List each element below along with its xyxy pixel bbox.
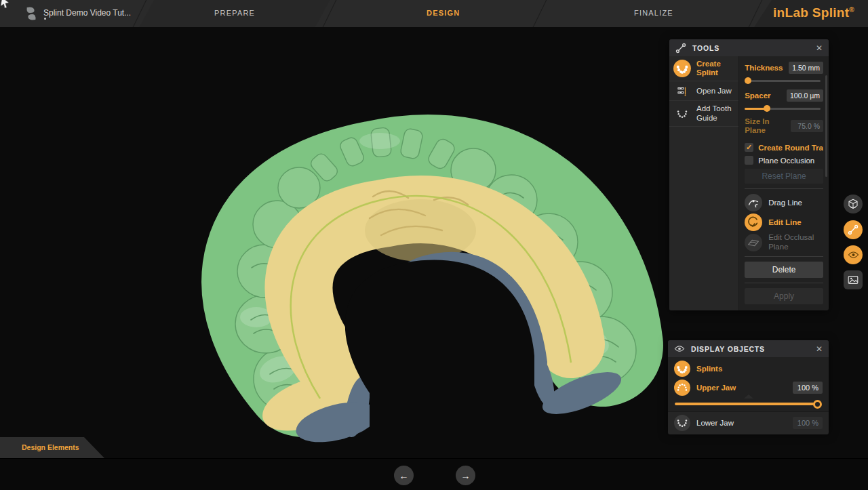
plane-occlusion-checkbox-row[interactable]: Plane Occlusion (745, 156, 823, 165)
arch-opening (345, 260, 534, 458)
case-title: Splint Demo Video Tut... (43, 8, 131, 18)
spacer-label: Spacer (745, 91, 770, 100)
registered-mark: ® (849, 6, 854, 14)
reset-plane-button[interactable]: Reset Plane (745, 169, 823, 184)
drag-line-tool[interactable]: Drag Line (745, 194, 823, 211)
tool-label: Create Splint (696, 60, 734, 77)
topbar: Splint Demo Video Tut... PREPARE DESIGN … (0, 0, 868, 27)
upper-jaw-opacity-value[interactable]: 100 % (793, 382, 823, 394)
tools-panel-title: TOOLS (692, 44, 810, 52)
size-in-plane-label: Size In Plane (745, 117, 776, 135)
divider (745, 188, 823, 189)
mouse-cursor (1, 0, 10, 9)
thickness-value[interactable]: 1.50 mm (789, 62, 823, 74)
upper-jaw-opacity-slider[interactable] (675, 399, 822, 409)
view-cube-button[interactable] (844, 195, 863, 213)
checkbox-checked-icon[interactable]: ✓ (745, 143, 753, 152)
tooth-guide-arch-icon (673, 106, 691, 121)
lower-jaw-row[interactable]: Lower Jaw 100 % (668, 412, 829, 434)
snapshot-button[interactable] (844, 270, 863, 289)
snapshot-icon (848, 275, 859, 285)
thickness-label: Thickness (745, 64, 783, 72)
tool-add-tooth-guide[interactable]: Add Tooth Guide (669, 101, 738, 126)
tab-design[interactable]: DESIGN (427, 9, 460, 17)
wrench-icon (848, 224, 859, 235)
divider (745, 256, 823, 257)
tools-panel-header[interactable]: TOOLS ✕ (669, 39, 829, 56)
size-in-plane-value: 75.0 % (791, 120, 823, 132)
edit-occlusal-plane-icon (745, 234, 762, 251)
tools-panel: TOOLS ✕ Create Splint Open Jaw (669, 39, 829, 310)
thickness-slider[interactable] (745, 77, 823, 84)
title-indicator-dot (44, 18, 46, 20)
delete-button[interactable]: Delete (745, 262, 823, 278)
create-round-checkbox-row[interactable]: ✓ Create Round Tra (745, 143, 823, 152)
display-panel-title: DISPLAY OBJECTS (691, 345, 810, 353)
display-panel-header[interactable]: DISPLAY OBJECTS ✕ (668, 340, 829, 357)
create-round-label: Create Round Tra (758, 144, 823, 152)
eye-icon (848, 251, 859, 259)
close-icon[interactable]: ✕ (816, 345, 823, 353)
edit-line-icon (745, 213, 762, 231)
tab-prepare[interactable]: PREPARE (214, 9, 255, 17)
edit-line-tool[interactable]: Edit Line (745, 213, 823, 231)
lower-jaw-opacity-value: 100 % (793, 417, 823, 429)
eye-icon (674, 345, 685, 352)
upper-jaw-label: Upper Jaw (696, 384, 787, 392)
tool-parameters: Thickness 1.50 mm Spacer 100.0 µm Size I… (739, 56, 829, 310)
splints-icon (674, 361, 690, 377)
next-step-button[interactable]: → (456, 466, 475, 485)
app-brand: inLab Splint® (773, 5, 854, 20)
tool-label: Open Jaw (696, 87, 732, 96)
leaf-logo-icon (24, 5, 38, 22)
tool-label: Add Tooth Guide (696, 104, 734, 122)
edit-occlusal-plane-label: Edit Occlusal Plane (768, 233, 823, 251)
spacer-slider[interactable] (745, 105, 823, 112)
splints-label: Splints (696, 365, 823, 373)
edit-line-label: Edit Line (768, 218, 802, 227)
lower-jaw-label: Lower Jaw (696, 419, 787, 427)
arrow-left-icon: ← (399, 470, 409, 481)
panel-notch (744, 394, 753, 399)
display-objects-toggle-button[interactable] (844, 245, 863, 264)
edit-occlusal-plane-tool[interactable]: Edit Occlusal Plane (745, 233, 823, 251)
thickness-slider-handle[interactable] (745, 77, 751, 84)
tools-toggle-button[interactable] (844, 220, 863, 239)
tool-list: Create Splint Open Jaw Add Tooth Guide (669, 56, 739, 310)
teeth-arch-icon (673, 60, 691, 77)
lower-jaw-icon (674, 415, 690, 431)
tool-open-jaw[interactable]: Open Jaw (669, 81, 738, 101)
tool-create-splint[interactable]: Create Splint (669, 56, 738, 81)
spacer-slider-handle[interactable] (764, 105, 770, 112)
scrollbar[interactable] (825, 75, 827, 177)
slider-handle[interactable] (813, 400, 822, 409)
inlab-splint-app: Splint Demo Video Tut... PREPARE DESIGN … (0, 0, 868, 490)
drag-line-icon (745, 194, 762, 211)
divider (745, 283, 823, 283)
bottom-strip (0, 458, 868, 490)
upper-jaw-icon (674, 380, 690, 396)
wrench-icon (675, 43, 686, 54)
checkbox-unchecked-icon[interactable] (745, 156, 753, 165)
topbar-divider (532, 0, 547, 30)
jaw-model[interactable] (0, 27, 668, 458)
plane-occlusion-label: Plane Occlusion (758, 157, 814, 165)
arrow-right-icon: → (461, 470, 471, 481)
display-objects-panel: DISPLAY OBJECTS ✕ Splints Upper Jaw 100 … (668, 340, 829, 432)
splints-row[interactable]: Splints (668, 359, 829, 378)
design-elements-label: Design Elements (22, 443, 79, 451)
spacer-value[interactable]: 100.0 µm (787, 89, 823, 102)
apply-button[interactable]: Apply (745, 288, 823, 304)
close-icon[interactable]: ✕ (816, 44, 823, 52)
tab-finalize[interactable]: FINALIZE (634, 9, 673, 17)
drag-line-label: Drag Line (768, 199, 802, 207)
previous-step-button[interactable]: ← (394, 466, 414, 485)
articulator-icon (673, 85, 691, 97)
cube-3d-icon (847, 198, 859, 210)
